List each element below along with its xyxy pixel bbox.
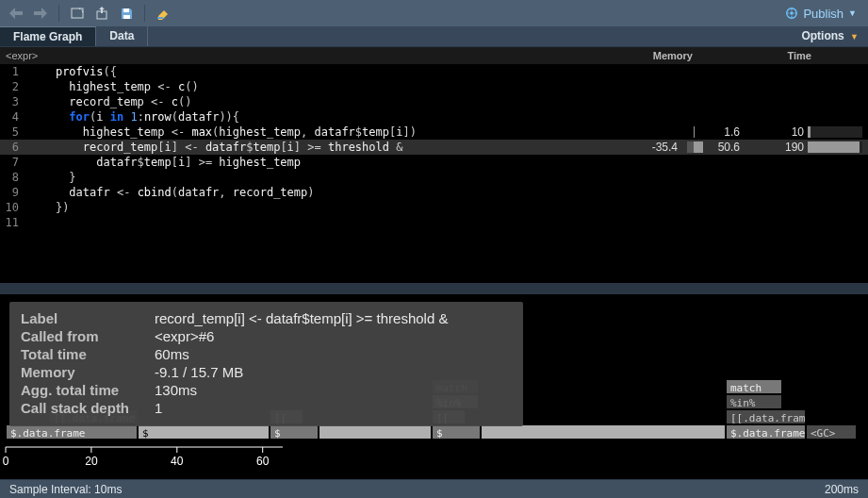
line-number: 2	[4, 79, 28, 94]
line-number: 10	[4, 200, 28, 215]
col-memory: Memory	[653, 50, 693, 61]
flame-cell[interactable]: $.data.frame	[6, 424, 138, 440]
detail-key: Total time	[21, 345, 155, 363]
flame-cell[interactable]: match	[726, 379, 782, 394]
flame-cell[interactable]: $	[432, 424, 481, 440]
code-text: datafr$temp[i] >= highest_temp	[28, 155, 301, 170]
detail-value: record_temp[i] <- datafr$temp[i] >= thre…	[155, 309, 453, 327]
code-text: highest_temp <- max(highest_temp, datafr…	[28, 124, 417, 140]
flame-cell[interactable]: %in%	[726, 394, 782, 409]
detail-value: -9.1 / 15.7 MB	[155, 363, 453, 381]
flame-cell[interactable]: $.data.frame	[726, 424, 806, 440]
svg-point-5	[791, 11, 794, 15]
line-number: 8	[4, 170, 28, 185]
code-line[interactable]: 8 }	[0, 170, 868, 185]
flame-graph[interactable]: Labelrecord_temp[i] <- datafr$temp[i] >=…	[0, 294, 868, 472]
detail-key: Memory	[21, 363, 155, 381]
code-text: record_temp <- c()	[28, 94, 191, 109]
flame-cell[interactable]	[319, 424, 432, 440]
flame-cell[interactable]: [[.data.frame	[726, 409, 806, 424]
svg-text:60: 60	[256, 455, 270, 468]
flame-cell[interactable]	[481, 424, 726, 440]
line-number: 6	[4, 140, 28, 155]
svg-rect-2	[123, 8, 129, 12]
separator	[144, 5, 145, 22]
detail-value: 60ms	[155, 345, 453, 363]
forward-icon[interactable]	[30, 4, 51, 23]
flame-cell[interactable]: $	[270, 424, 319, 440]
export-icon[interactable]	[91, 4, 112, 23]
detail-key: Label	[21, 309, 155, 327]
detail-key: Called from	[21, 327, 155, 345]
status-sample-interval: Sample Interval: 10ms	[9, 483, 122, 496]
detail-key: Agg. total time	[21, 381, 155, 399]
options-label: Options	[801, 29, 843, 42]
code-line[interactable]: 5 highest_temp <- max(highest_temp, data…	[0, 124, 868, 140]
code-line[interactable]: 10 })	[0, 200, 868, 215]
code-text: })	[28, 200, 69, 215]
options-menu[interactable]: Options ▼	[792, 26, 868, 46]
line-number: 5	[4, 124, 28, 140]
line-number: 11	[4, 215, 28, 230]
tab-flame-graph[interactable]: Flame Graph	[0, 26, 96, 46]
svg-rect-3	[123, 15, 130, 19]
line-number: 7	[4, 155, 28, 170]
code-text: record_temp[i] <- datafr$temp[i] >= thre…	[28, 140, 402, 155]
line-number: 3	[4, 94, 28, 109]
svg-rect-0	[72, 8, 83, 18]
line-number: 1	[4, 64, 28, 79]
chevron-down-icon: ▼	[850, 32, 859, 42]
line-number: 4	[4, 109, 28, 124]
detail-value: <expr>#6	[155, 327, 453, 345]
code-line[interactable]: 2 highest_temp <- c()	[0, 79, 868, 94]
detail-value: 1	[155, 399, 453, 417]
code-text: for(i in 1:nrow(datafr)){	[28, 109, 239, 124]
code-line[interactable]: 6 record_temp[i] <- datafr$temp[i] >= th…	[0, 140, 868, 155]
code-area: 1 profvis({2 highest_temp <- c()3 record…	[0, 64, 868, 283]
code-text: }	[28, 170, 76, 185]
code-text: highest_temp <- c()	[28, 79, 199, 94]
pane-divider[interactable]	[0, 283, 868, 294]
svg-text:40: 40	[171, 455, 184, 468]
code-text: datafr <- cbind(datafr, record_temp)	[28, 185, 315, 200]
top-toolbar: Publish ▼	[0, 0, 868, 26]
time-axis: 020406080100120140160180200	[0, 441, 283, 472]
svg-text:0: 0	[3, 455, 9, 468]
code-line[interactable]: 9 datafr <- cbind(datafr, record_temp)	[0, 185, 868, 200]
clear-icon[interactable]	[153, 4, 173, 23]
publish-button[interactable]: Publish ▼	[779, 7, 862, 21]
publish-label: Publish	[803, 7, 843, 21]
detail-tooltip: Labelrecord_temp[i] <- datafr$temp[i] >=…	[9, 302, 523, 426]
code-text: profvis({	[28, 64, 117, 79]
new-window-icon[interactable]	[67, 4, 88, 23]
back-icon[interactable]	[6, 4, 26, 23]
flame-cell[interactable]: $	[138, 424, 270, 440]
status-total-time: 200ms	[825, 483, 859, 496]
tab-bar: Flame Graph Data Options ▼	[0, 26, 868, 47]
code-line[interactable]: 1 profvis({	[0, 64, 868, 79]
tab-data[interactable]: Data	[96, 26, 148, 46]
code-text	[28, 215, 56, 230]
col-time: Time	[788, 50, 811, 61]
code-line[interactable]: 11	[0, 215, 868, 230]
code-line[interactable]: 7 datafr$temp[i] >= highest_temp	[0, 155, 868, 170]
line-number: 9	[4, 185, 28, 200]
code-line[interactable]: 3 record_temp <- c()	[0, 94, 868, 109]
flame-cell[interactable]: <GC>	[806, 424, 857, 440]
chevron-down-icon: ▼	[848, 8, 857, 18]
svg-text:20: 20	[85, 455, 98, 468]
save-icon[interactable]	[116, 4, 137, 23]
detail-value: 130ms	[155, 381, 453, 399]
status-bar: Sample Interval: 10ms 200ms	[0, 479, 868, 498]
code-header: <expr> Memory Time	[0, 47, 868, 64]
code-line[interactable]: 4 for(i in 1:nrow(datafr)){	[0, 109, 868, 124]
separator	[58, 5, 59, 22]
code-header-title: <expr>	[6, 50, 38, 61]
detail-key: Call stack depth	[21, 399, 155, 417]
